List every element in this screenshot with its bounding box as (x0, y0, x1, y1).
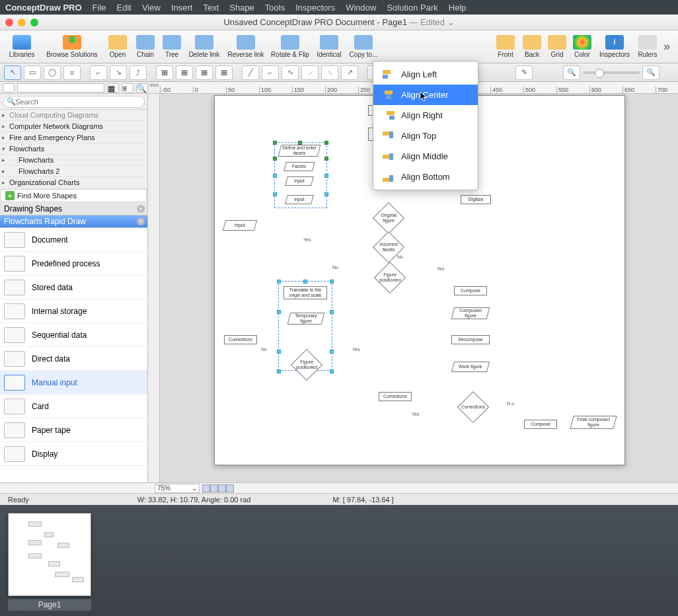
line-4-tool[interactable]: ⟋ (301, 65, 319, 80)
page-nav-prev[interactable] (210, 484, 218, 492)
shape-direct-data[interactable]: Direct data (0, 347, 147, 371)
node-define-enter[interactable]: Define and enter facets (278, 145, 321, 157)
connector-1-tool[interactable]: ⌐ (90, 65, 107, 80)
page-nav-last[interactable] (226, 484, 234, 492)
align-right-item[interactable]: Align Right (373, 105, 478, 126)
align-top-item[interactable]: Align Top (373, 126, 478, 146)
toolbar-overflow[interactable]: » (663, 40, 674, 54)
connector-3-tool[interactable]: ⤴ (130, 65, 147, 80)
menu-help[interactable]: Help (449, 3, 467, 13)
selection-handle[interactable] (324, 157, 328, 161)
tree-sub-flowcharts[interactable]: Flowcharts (0, 155, 147, 166)
find-more-shapes[interactable]: + Find More Shapes (1, 189, 147, 202)
zoom-slider[interactable] (583, 71, 640, 74)
page-nav-next[interactable] (218, 484, 226, 492)
close-section-icon[interactable]: × (137, 205, 145, 213)
align-left-item[interactable]: Align Left (373, 64, 478, 85)
close-section-icon[interactable]: × (137, 217, 145, 225)
node-input-top[interactable]: Input (285, 176, 314, 186)
menu-inspectors[interactable]: Inspectors (295, 3, 335, 13)
sidebar-view-list[interactable]: ≡ (122, 83, 133, 93)
sidebar-view-grid[interactable]: ▦ (107, 83, 119, 93)
tree-item-network[interactable]: Computer Network Diagrams (0, 121, 147, 132)
front-button[interactable]: Front (493, 31, 518, 63)
menu-file[interactable]: File (93, 3, 106, 13)
sidebar-search-mini[interactable] (17, 83, 104, 93)
shape-card[interactable]: Card (0, 395, 147, 418)
menu-view[interactable]: View (142, 3, 161, 13)
node-temp-figure[interactable]: Temporary figure (287, 313, 325, 325)
selection-handle[interactable] (273, 192, 277, 196)
node-facets[interactable]: Facets (283, 162, 315, 171)
eyedropper-tool[interactable]: ✎ (515, 65, 533, 80)
node-compose[interactable]: Compose (454, 286, 487, 295)
zoom-select[interactable]: 75%⌄ (155, 484, 200, 493)
node-compose-2[interactable]: Compose (524, 420, 557, 429)
tree-button[interactable]: Tree (160, 31, 184, 63)
inspectors-button[interactable]: iInspectors (596, 31, 633, 63)
selection-handle[interactable] (277, 280, 281, 284)
back-button[interactable]: Back (519, 31, 545, 63)
group-3-tool[interactable]: ▦ (196, 65, 213, 80)
menu-window[interactable]: Window (346, 3, 376, 13)
node-original-figure[interactable]: Original figure (373, 202, 404, 234)
shape-paper-tape[interactable]: Paper tape (0, 418, 147, 442)
shape-predefined-process[interactable]: Predefined process (0, 252, 147, 276)
group-1-tool[interactable]: ▦ (156, 65, 173, 80)
selection-handle[interactable] (324, 174, 328, 178)
chain-button[interactable]: Chain (132, 31, 159, 63)
shape-display[interactable]: Display (0, 442, 147, 466)
zoom-window-button[interactable] (30, 19, 38, 26)
shape-manual-input[interactable]: Manual input (0, 371, 147, 395)
node-composed-figure[interactable]: Composed figure (451, 307, 490, 319)
menu-insert[interactable]: Insert (171, 3, 193, 13)
rotate-flip-button[interactable]: Rotate & Flip (268, 31, 312, 63)
align-middle-item[interactable]: Align Middle (373, 146, 478, 167)
search-input[interactable] (3, 96, 145, 108)
node-work-figure[interactable]: Work figure (451, 362, 490, 372)
pointer-tool[interactable]: ↖ (4, 65, 21, 80)
tree-item-fire[interactable]: Fire and Emergency Plans (0, 132, 147, 143)
node-corrections-left[interactable]: Corrections (224, 335, 257, 344)
node-digitize[interactable]: Digitize (461, 195, 491, 204)
browse-solutions-button[interactable]: Browse Solutions (41, 31, 103, 63)
selection-handle[interactable] (273, 141, 277, 145)
node-final-figure[interactable]: Final composed figure (570, 416, 617, 429)
minimize-window-button[interactable] (18, 19, 26, 26)
line-6-tool[interactable]: ↗ (341, 65, 358, 80)
close-window-button[interactable] (5, 19, 13, 26)
copy-to-button[interactable]: Copy to... (346, 31, 381, 63)
selection-handle[interactable] (277, 369, 281, 373)
line-3-tool[interactable]: ∿ (282, 65, 299, 80)
selection-handle[interactable] (303, 280, 307, 284)
libraries-button[interactable]: Libraries (4, 31, 40, 63)
text-tool[interactable]: ≡ (63, 65, 81, 80)
shape-sequential-data[interactable]: Sequential data (0, 323, 147, 347)
zoom-out-button[interactable]: 🔍 (563, 65, 580, 80)
menu-solution-park[interactable]: Solution Park (387, 3, 437, 13)
shape-document[interactable]: Document (0, 228, 147, 252)
color-button[interactable]: Color (570, 31, 595, 63)
tree-item-flowcharts[interactable]: Flowcharts (0, 143, 147, 155)
node-corrections-mid[interactable]: Corrections (379, 392, 412, 401)
selection-handle[interactable] (330, 369, 334, 373)
selection-handle[interactable] (324, 141, 328, 145)
selection-handle[interactable] (324, 192, 328, 196)
menu-shape[interactable]: Shape (229, 3, 254, 13)
tree-item-org[interactable]: Organizational Charts (0, 177, 147, 188)
selection-handle[interactable] (298, 141, 302, 145)
menu-edit[interactable]: Edit (117, 3, 132, 13)
group-4-tool[interactable]: ▦ (215, 65, 233, 80)
tree-item-cloud[interactable]: Cloud Computing Diagrams (0, 110, 147, 121)
zoom-in-button[interactable]: 🔍 (642, 65, 659, 80)
page-nav-first[interactable] (202, 484, 210, 492)
selection-handle[interactable] (330, 350, 334, 354)
rect-tool[interactable]: ▭ (24, 65, 41, 80)
connector-2-tool[interactable]: ↘ (110, 65, 127, 80)
node-decompose[interactable]: Decompose (451, 335, 490, 344)
node-translate[interactable]: Translate to the origin and scale (283, 286, 327, 299)
node-corrections-diamond[interactable]: Corrections (457, 391, 489, 423)
line-2-tool[interactable]: ⌐ (262, 65, 279, 80)
rulers-button[interactable]: Rulers (634, 31, 661, 63)
shape-stored-data[interactable]: Stored data (0, 276, 147, 299)
